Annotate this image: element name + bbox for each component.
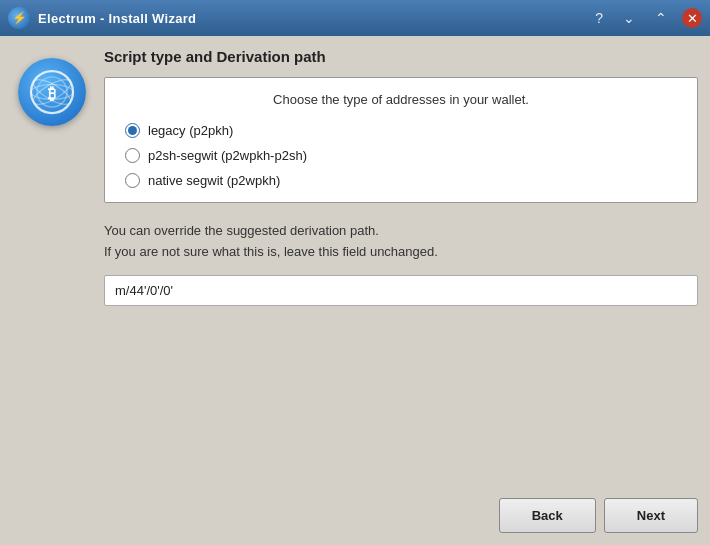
p2sh-label: p2sh-segwit (p2wpkh-p2sh): [148, 148, 307, 163]
hint-line1: You can override the suggested derivatio…: [104, 221, 698, 242]
derivation-path-input[interactable]: [104, 275, 698, 306]
help-button[interactable]: ?: [590, 8, 608, 28]
address-subtitle: Choose the type of addresses in your wal…: [121, 92, 681, 107]
native-segwit-label: native segwit (p2wpkh): [148, 173, 280, 188]
button-row: Back Next: [104, 488, 698, 533]
back-button[interactable]: Back: [499, 498, 596, 533]
hint-text: You can override the suggested derivatio…: [104, 221, 698, 263]
p2sh-radio[interactable]: [125, 148, 140, 163]
native-segwit-radio[interactable]: [125, 173, 140, 188]
legacy-radio[interactable]: [125, 123, 140, 138]
script-type-radio-group: legacy (p2pkh) p2sh-segwit (p2wpkh-p2sh)…: [121, 123, 681, 188]
wizard-body: ₿ Script type and Derivation path Choose…: [0, 36, 710, 545]
native-segwit-radio-item[interactable]: native segwit (p2wpkh): [125, 173, 681, 188]
titlebar-left: ⚡ Electrum - Install Wizard: [8, 7, 196, 29]
p2sh-radio-item[interactable]: p2sh-segwit (p2wpkh-p2sh): [125, 148, 681, 163]
logo-panel: ₿: [12, 48, 92, 533]
legacy-radio-item[interactable]: legacy (p2pkh): [125, 123, 681, 138]
section-title: Script type and Derivation path: [104, 48, 698, 65]
maximize-button[interactable]: ⌃: [650, 8, 672, 28]
address-type-box: Choose the type of addresses in your wal…: [104, 77, 698, 203]
titlebar-controls: ? ⌄ ⌃ ✕: [590, 8, 702, 28]
titlebar: ⚡ Electrum - Install Wizard ? ⌄ ⌃ ✕: [0, 0, 710, 36]
next-button[interactable]: Next: [604, 498, 698, 533]
content-panel: Script type and Derivation path Choose t…: [104, 48, 698, 533]
app-icon: ⚡: [8, 7, 30, 29]
bitcoin-logo-svg: ₿: [28, 68, 76, 116]
minimize-button[interactable]: ⌄: [618, 8, 640, 28]
close-button[interactable]: ✕: [682, 8, 702, 28]
electrum-logo: ₿: [18, 58, 86, 126]
legacy-label: legacy (p2pkh): [148, 123, 233, 138]
window-title: Electrum - Install Wizard: [38, 11, 196, 26]
hint-line2: If you are not sure what this is, leave …: [104, 242, 698, 263]
